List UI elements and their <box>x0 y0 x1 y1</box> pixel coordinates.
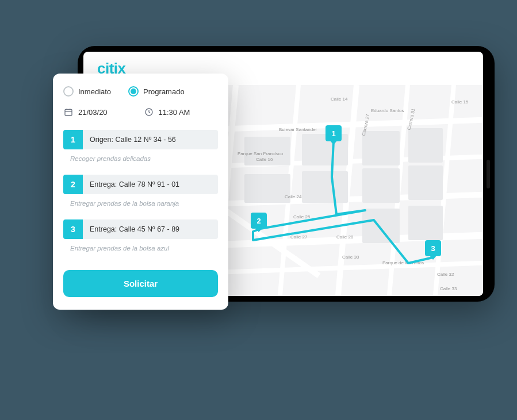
datetime-row: 21/03/20 11:30 AM <box>63 107 218 117</box>
map-label: Calle 30 <box>342 255 359 260</box>
map-pin-2[interactable]: 2 <box>251 213 267 229</box>
submit-button[interactable]: Solicitar <box>63 270 218 297</box>
radio-scheduled-label: Programado <box>143 87 185 96</box>
map-label: Parque San Francisco <box>238 151 283 156</box>
map-pin-3[interactable]: 3 <box>425 240 441 256</box>
stop-2: 2 Entrega: Calle 78 Nº 91 - 01 Entregar … <box>63 175 218 215</box>
radio-scheduled[interactable] <box>128 86 139 97</box>
stop-1-number: 1 <box>63 130 83 149</box>
stop-2-note: Entregar prendas de la bolsa naranja <box>63 194 218 215</box>
svg-rect-0 <box>65 109 72 115</box>
map-label: Calle 33 <box>440 286 457 291</box>
map-label: Calle 25 <box>293 214 310 219</box>
radio-immediate-label: Inmediato <box>78 87 111 96</box>
map-label: Calle 28 <box>336 234 353 240</box>
stop-2-address: Entrega: Calle 78 Nº 91 - 01 <box>83 175 186 194</box>
map-label: Calle 15 <box>451 99 468 105</box>
stop-3-number: 3 <box>63 219 83 239</box>
map-pin-1[interactable]: 1 <box>325 125 342 141</box>
map-label: Eduardo Santos <box>371 108 404 113</box>
map-label: Calle 27 <box>290 234 307 240</box>
request-card: Inmediato Programado 21/03/20 11:30 AM 1… <box>53 74 228 310</box>
stop-1-header[interactable]: 1 Origen: Calle 12 Nº 34 - 56 <box>63 130 218 149</box>
time-value: 11:30 AM <box>159 108 190 117</box>
calendar-icon <box>63 107 74 117</box>
stop-1-address: Origen: Calle 12 Nº 34 - 56 <box>83 130 183 149</box>
stop-1-note: Recoger prendas delicadas <box>63 149 218 170</box>
stop-3-note: Entregar prendas de la bolsa azul <box>63 239 218 260</box>
map-label: Calle 32 <box>437 272 454 277</box>
radio-immediate[interactable] <box>63 86 74 97</box>
stop-3-address: Entrega: Calle 45 Nº 67 - 89 <box>83 219 186 239</box>
date-value: 21/03/20 <box>78 108 108 117</box>
clock-icon <box>144 107 154 117</box>
time-picker[interactable]: 11:30 AM <box>144 107 219 117</box>
stop-1: 1 Origen: Calle 12 Nº 34 - 56 Recoger pr… <box>63 130 218 170</box>
stop-3-header[interactable]: 3 Entrega: Calle 45 Nº 67 - 89 <box>63 219 218 239</box>
stop-2-number: 2 <box>63 175 83 194</box>
map-label: Bulevar Santander <box>279 127 317 132</box>
schedule-type-row: Inmediato Programado <box>63 86 218 97</box>
stop-2-header[interactable]: 2 Entrega: Calle 78 Nº 91 - 01 <box>63 175 218 194</box>
date-picker[interactable]: 21/03/20 <box>63 107 138 117</box>
map-label: Calle 14 <box>331 97 347 102</box>
stop-3: 3 Entrega: Calle 45 Nº 67 - 89 Entregar … <box>63 219 218 260</box>
map-label: Calle 16 <box>256 157 273 162</box>
map-label: Calle 24 <box>285 194 301 199</box>
map-label: Parque de los Niños <box>382 260 424 265</box>
